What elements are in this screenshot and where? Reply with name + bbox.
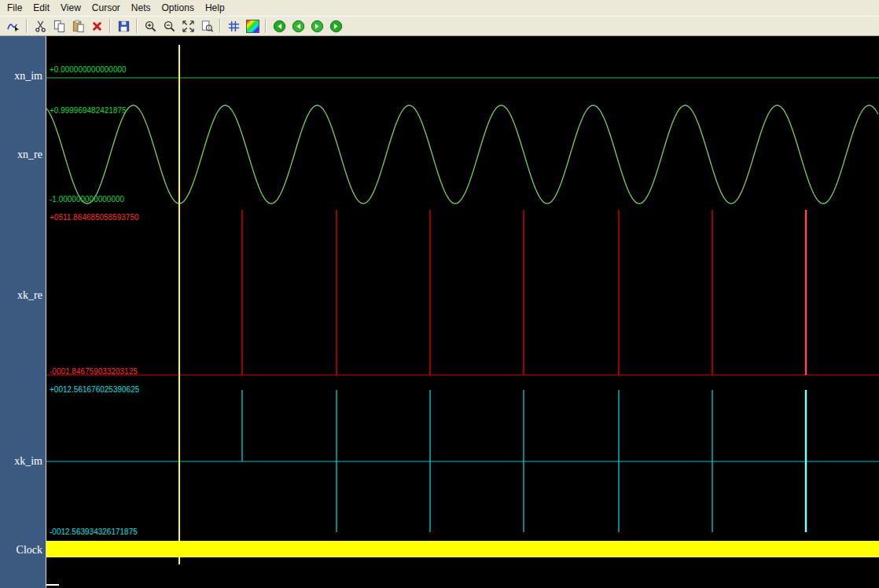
menu-bar: FileEditViewCursorNetsOptionsHelp	[0, 0, 879, 16]
xk_im-max-label: +0012.561676025390625	[50, 385, 139, 394]
xk_re-max-label: +0511.864685058593750	[50, 213, 139, 222]
grid-button[interactable]	[225, 17, 242, 35]
delete-button[interactable]	[88, 17, 105, 35]
menu-edit[interactable]: Edit	[28, 1, 55, 16]
zoom-in-icon	[144, 20, 157, 33]
palette-button[interactable]	[244, 17, 261, 35]
signal-label-xn_re[interactable]: xn_re	[0, 149, 46, 161]
nav-last-button[interactable]	[327, 17, 344, 35]
clock-trace	[46, 541, 879, 557]
nav-next-icon	[311, 20, 324, 33]
xk_im-min-label: -0012.563934326171875	[50, 527, 138, 536]
grid-icon	[227, 20, 241, 33]
menu-cursor[interactable]: Cursor	[86, 1, 126, 16]
waveform-canvas[interactable]: +0.000000000000000+0.999969482421875-1.0…	[46, 36, 879, 588]
nav-prev-button[interactable]	[289, 17, 307, 35]
menu-view[interactable]: View	[55, 1, 86, 16]
zoom-out-icon	[163, 20, 176, 33]
cut-icon	[34, 20, 47, 33]
toolbar-separator	[109, 19, 111, 33]
nav-prev-icon	[292, 20, 305, 33]
zoom-out-button[interactable]	[160, 17, 178, 35]
cut-button[interactable]	[31, 17, 49, 35]
xn_re-max-label: +0.999969482421875	[50, 106, 127, 115]
scroll-corner	[46, 584, 59, 586]
copy-icon	[53, 20, 66, 33]
toolbar-separator	[219, 19, 221, 33]
menu-options[interactable]: Options	[156, 1, 200, 16]
zoom-window-button[interactable]	[198, 17, 215, 35]
signal-tool-icon	[7, 20, 20, 33]
save-icon	[117, 20, 131, 33]
toolbar-separator	[26, 19, 28, 33]
main-content: xn_imxn_rexk_rexk_imClock +0.00000000000…	[0, 36, 879, 588]
paste-button[interactable]	[69, 17, 86, 35]
toolbar-separator	[265, 19, 267, 33]
xn_im-value-label: +0.000000000000000	[50, 65, 127, 74]
delete-icon	[90, 20, 104, 33]
toolbar-separator	[136, 19, 138, 33]
signal-tool-button[interactable]	[5, 17, 22, 35]
menu-file[interactable]: File	[2, 1, 28, 16]
time-cursor[interactable]	[178, 45, 180, 564]
copy-button[interactable]	[50, 17, 68, 35]
nav-first-icon	[273, 20, 286, 33]
zoom-fit-button[interactable]	[179, 17, 197, 35]
nav-last-icon	[329, 20, 343, 33]
zoom-fit-icon	[182, 20, 195, 33]
menu-nets[interactable]: Nets	[126, 1, 156, 16]
nav-first-button[interactable]	[270, 17, 288, 35]
menu-help[interactable]: Help	[200, 1, 230, 16]
paste-icon	[72, 20, 85, 33]
signal-name-panel: xn_imxn_rexk_rexk_imClock	[0, 36, 46, 588]
xk_re-min-label: -0001.846759033203125	[50, 367, 138, 376]
xn-re-trace	[46, 105, 878, 204]
signal-label-xk_re[interactable]: xk_re	[0, 289, 46, 302]
signal-label-clock[interactable]: Clock	[0, 544, 46, 557]
palette-icon	[246, 20, 259, 33]
save-button[interactable]	[115, 17, 132, 35]
waveform-svg	[46, 36, 879, 588]
zoom-in-button[interactable]	[142, 17, 159, 35]
toolbar	[0, 16, 879, 36]
waveform-viewer-window: FileEditViewCursorNetsOptionsHelp xn_imx…	[0, 0, 879, 588]
signal-label-xk_im[interactable]: xk_im	[0, 455, 46, 468]
xn_re-min-label: -1.000000000000000	[50, 195, 124, 204]
signal-label-xn_im[interactable]: xn_im	[0, 70, 46, 83]
zoom-window-icon	[200, 20, 214, 33]
nav-next-button[interactable]	[308, 17, 325, 35]
